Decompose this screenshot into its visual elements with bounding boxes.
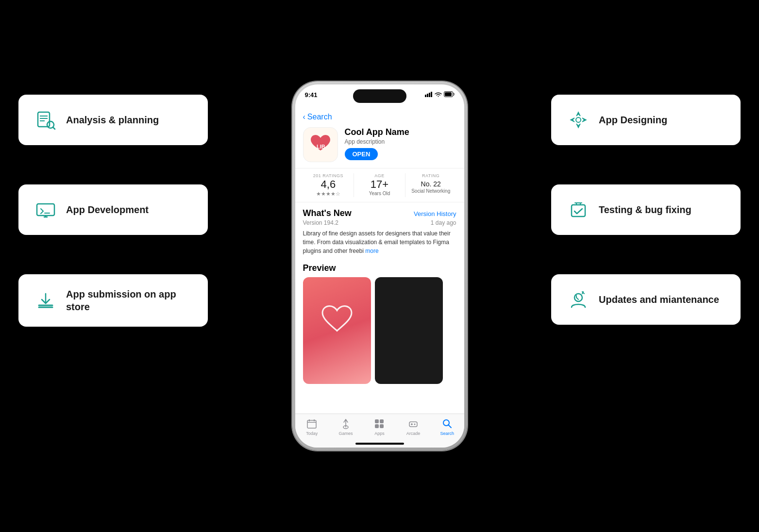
age-label: AGE (357, 173, 402, 178)
updates-label: Updates and miantenance (599, 293, 719, 306)
games-icon (340, 418, 351, 430)
scene: Analysis & planning App Development App … (0, 0, 759, 532)
design-icon (567, 108, 590, 132)
submit-icon (34, 289, 57, 312)
rating-cell: RATING No. 22 Social Networking (405, 173, 456, 197)
svg-rect-23 (307, 420, 316, 428)
svg-rect-30 (375, 424, 379, 428)
ratings-score: 4,6 (306, 178, 351, 191)
testing-label: Testing & bug fixing (599, 203, 692, 216)
age-cell: AGE 17+ Years Old (354, 173, 405, 197)
battery-icon (444, 91, 455, 98)
apps-icon (374, 418, 385, 430)
wifi-icon (435, 92, 442, 98)
version-age: 1 day ago (431, 219, 456, 226)
today-icon (306, 418, 317, 430)
app-description: App description (345, 138, 456, 145)
card-designing: App Designing (551, 95, 741, 145)
app-store-content: ‹ Search LIB (295, 109, 464, 414)
ratings-count-label: 201 RATINGS (306, 173, 351, 178)
svg-rect-16 (427, 94, 428, 97)
ratings-count-cell: 201 RATINGS 4,6 ★★★★☆ (303, 173, 354, 197)
designing-label: App Designing (599, 114, 667, 126)
dynamic-island (353, 89, 406, 103)
updates-icon (567, 288, 590, 311)
submission-label: App submission on app store (66, 288, 192, 313)
tab-search[interactable]: Search (430, 418, 464, 436)
svg-rect-28 (375, 419, 379, 423)
tab-today[interactable]: Today (295, 418, 329, 436)
arcade-icon (408, 418, 419, 430)
age-sub: Years Old (357, 191, 402, 196)
app-icon: LIB (303, 127, 338, 162)
svg-point-34 (414, 424, 416, 425)
stars: ★★★★☆ (306, 191, 351, 197)
rating-value: No. 22 (408, 178, 454, 188)
chevron-left-icon: ‹ (303, 113, 305, 121)
card-development: App Development (18, 184, 208, 235)
card-analysis: Analysis & planning (18, 95, 208, 145)
tab-today-label: Today (306, 431, 318, 436)
svg-rect-32 (409, 422, 417, 427)
card-updates: Updates and miantenance (551, 274, 741, 325)
app-name: Cool App Name (345, 127, 456, 137)
svg-rect-25 (309, 419, 310, 421)
version-number: Version 194.2 (303, 219, 338, 226)
whats-new-text: Library of fine design assets for design… (303, 229, 456, 255)
preview-image-2 (375, 277, 443, 384)
age-value: 17+ (357, 178, 402, 191)
tab-apps[interactable]: Apps (363, 418, 397, 436)
svg-line-5 (53, 127, 55, 129)
tab-games[interactable]: Games (329, 418, 363, 436)
search-icon (442, 418, 453, 430)
ratings-row: 201 RATINGS 4,6 ★★★★☆ AGE 17+ Years Old … (295, 168, 464, 202)
card-submission: App submission on app store (18, 274, 208, 327)
dev-label: App Development (66, 203, 149, 216)
rating-label: RATING (408, 173, 454, 178)
svg-rect-31 (380, 424, 384, 428)
whats-new-header: What's New Version History (303, 208, 456, 218)
svg-line-38 (448, 425, 451, 428)
svg-rect-13 (572, 205, 585, 216)
testing-icon (567, 198, 590, 221)
tab-arcade-label: Arcade (406, 431, 421, 436)
app-header: LIB Cool App Name App description OPEN (295, 123, 464, 168)
more-link[interactable]: more (365, 248, 378, 254)
dev-icon (34, 198, 57, 221)
svg-rect-15 (425, 95, 426, 97)
svg-rect-0 (38, 112, 50, 127)
svg-rect-26 (314, 419, 315, 421)
signal-icon (425, 92, 433, 98)
preview-images (303, 277, 456, 384)
preview-section: Preview (295, 258, 464, 387)
svg-rect-29 (380, 419, 384, 423)
preview-title: Preview (303, 263, 456, 273)
version-row: Version 194.2 1 day ago (303, 219, 456, 226)
tab-apps-label: Apps (374, 431, 385, 436)
analysis-label: Analysis & planning (66, 114, 159, 126)
version-history-link[interactable]: Version History (414, 210, 456, 217)
home-indicator (355, 443, 404, 445)
back-label: Search (307, 113, 332, 121)
card-testing: Testing & bug fixing (551, 184, 741, 235)
svg-rect-17 (429, 93, 430, 97)
preview-image-1 (303, 277, 371, 384)
whats-new-title: What's New (303, 208, 352, 218)
status-icons (425, 91, 455, 98)
svg-point-12 (576, 117, 581, 122)
app-info: Cool App Name App description OPEN (345, 127, 456, 160)
tab-arcade[interactable]: Arcade (396, 418, 430, 436)
tab-games-label: Games (338, 431, 353, 436)
rating-sub: Social Networking (408, 188, 454, 194)
back-nav[interactable]: ‹ Search (295, 109, 464, 123)
svg-text:LIB: LIB (317, 144, 325, 150)
svg-rect-6 (37, 204, 54, 216)
svg-rect-18 (431, 92, 432, 97)
open-button[interactable]: OPEN (345, 148, 378, 160)
status-time: 9:41 (305, 91, 318, 99)
svg-rect-20 (445, 92, 452, 96)
svg-point-14 (574, 294, 582, 301)
phone-mockup: 9:41 (292, 82, 467, 450)
tab-search-label: Search (440, 431, 454, 436)
whats-new-section: What's New Version History Version 194.2… (295, 202, 464, 258)
